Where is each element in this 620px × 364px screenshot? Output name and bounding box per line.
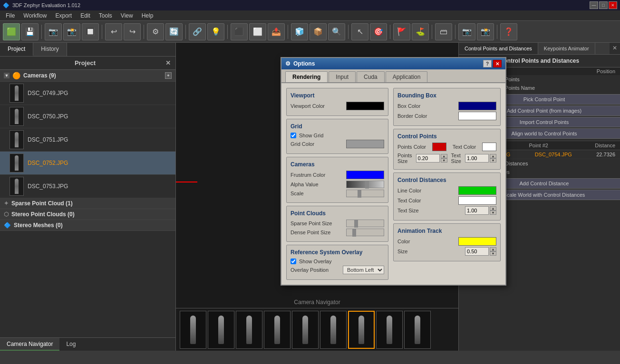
menu-workflow[interactable]: Workflow — [19, 11, 50, 20]
camera-item-0750[interactable]: DSC_0750.JPG — [0, 105, 175, 128]
sparse-slider[interactable] — [346, 220, 384, 227]
cp-points-color-picker[interactable] — [432, 143, 446, 151]
border-color-picker[interactable] — [458, 112, 496, 120]
film-thumb-5[interactable] — [320, 311, 347, 349]
tool-undo[interactable]: ↩ — [105, 23, 122, 40]
tool-box[interactable]: 📦 — [310, 23, 327, 40]
film-thumb-3[interactable] — [264, 311, 291, 349]
cp-text-size-input[interactable] — [465, 154, 489, 163]
cp-points-size-input[interactable] — [416, 154, 440, 163]
tool-import[interactable]: 📷 — [45, 23, 62, 40]
tool-cursor[interactable]: ↖ — [351, 23, 368, 40]
dialog-tab-rendering[interactable]: Rendering — [285, 71, 328, 82]
grid-color-picker[interactable] — [346, 140, 384, 148]
viewport-color-picker[interactable] — [346, 102, 384, 110]
center-viewport[interactable]: Camera Navigator ⚙ Options ? ✕ — [176, 43, 458, 351]
tool-mesh[interactable]: ⬛ — [231, 23, 248, 40]
anim-color-picker[interactable] — [458, 237, 496, 246]
tab-log[interactable]: Log — [59, 338, 82, 351]
close-button[interactable]: ✕ — [609, 1, 617, 9]
alpha-slider[interactable] — [346, 181, 384, 188]
cd-text-size-input[interactable] — [465, 206, 489, 215]
cd-text-size-up[interactable]: ▲ — [490, 206, 496, 211]
menu-edit[interactable]: Edit — [77, 11, 94, 20]
dialog-close-btn[interactable]: ✕ — [493, 60, 502, 67]
overlay-position-select[interactable]: Bottom Left — [343, 266, 384, 274]
tab-history[interactable]: History — [33, 43, 67, 56]
dialog-help-btn[interactable]: ? — [483, 60, 492, 67]
cd-text-color-picker[interactable] — [458, 196, 496, 205]
dialog-tab-input[interactable]: Input — [329, 71, 356, 82]
tool-cube[interactable]: 🧊 — [291, 23, 308, 40]
tool-points[interactable]: ⬜ — [249, 23, 266, 40]
tool-connect[interactable]: 🔗 — [189, 23, 206, 40]
tool-save[interactable]: 💾 — [21, 23, 39, 40]
dense-slider[interactable] — [346, 229, 384, 236]
dialog-tab-cuda[interactable]: Cuda — [357, 71, 385, 82]
cp-text-size-up[interactable]: ▲ — [490, 154, 496, 158]
cd-line-color-picker[interactable] — [458, 186, 496, 195]
cp-text-color-picker[interactable] — [482, 143, 496, 151]
tab-control-points[interactable]: Control Points and Distances — [459, 43, 538, 54]
tab-project[interactable]: Project — [0, 43, 33, 56]
tool-view3d[interactable]: 🗃 — [435, 23, 452, 40]
stereo-points-section[interactable]: ⬡ Stereo Point Clouds (0) — [0, 209, 175, 220]
camera-item-0752[interactable]: DSC_0752.JPG — [0, 152, 175, 175]
menu-file[interactable]: File — [2, 11, 19, 20]
tool-import2[interactable]: 📸 — [63, 23, 80, 40]
menu-export[interactable]: Export — [51, 11, 76, 20]
menu-view[interactable]: View — [117, 11, 137, 20]
tool-flag[interactable]: 🚩 — [393, 23, 410, 40]
menu-help[interactable]: Help — [138, 11, 157, 20]
anim-size-input[interactable] — [465, 247, 489, 256]
camera-item-0751[interactable]: DSC_0751.JPG — [0, 128, 175, 152]
tool-new[interactable]: 🟩 — [3, 23, 20, 40]
tool-photo2[interactable]: 📸 — [477, 23, 494, 40]
cameras-add[interactable]: + — [165, 72, 172, 79]
tool-refresh[interactable]: 🔄 — [165, 23, 183, 40]
tool-search[interactable]: 🔍 — [328, 23, 345, 40]
tool-settings[interactable]: ⚙ — [147, 23, 164, 40]
dialog-tab-application[interactable]: Application — [386, 71, 428, 82]
camera-item-0753[interactable]: DSC_0753.JPG — [0, 175, 175, 198]
tool-target[interactable]: 🎯 — [370, 23, 387, 40]
left-panel-close[interactable]: ✕ — [165, 59, 171, 67]
cp-points-size-down[interactable]: ▼ — [441, 158, 447, 163]
film-thumb-8[interactable] — [404, 311, 431, 349]
scale-slider[interactable] — [346, 190, 384, 197]
maximize-button[interactable]: □ — [599, 1, 608, 9]
bounding-box-section: Bounding Box Box Color Border Color — [393, 88, 501, 126]
cd-text-size-down[interactable]: ▼ — [490, 211, 496, 215]
menu-tools[interactable]: Tools — [95, 11, 116, 20]
camera-item-0749[interactable]: DSC_0749.JPG — [0, 82, 175, 105]
film-thumb-7[interactable] — [376, 311, 403, 349]
right-panel-close[interactable]: ✕ — [610, 43, 620, 54]
film-thumb-1[interactable] — [208, 311, 234, 349]
anim-size-down[interactable]: ▼ — [490, 251, 496, 256]
anim-size-up[interactable]: ▲ — [490, 247, 496, 251]
tool-photo[interactable]: 📷 — [458, 23, 475, 40]
stereo-meshes-section[interactable]: 🔷 Stereo Meshes (0) — [0, 220, 175, 231]
tab-keypoints-animator[interactable]: Keypoints Animator — [538, 43, 595, 54]
film-thumb-6[interactable] — [348, 311, 375, 349]
show-grid-checkbox[interactable] — [291, 133, 296, 138]
film-thumb-4[interactable] — [292, 311, 319, 349]
tool-export2[interactable]: 📤 — [268, 23, 285, 40]
cameras-expand[interactable]: ▼ — [4, 73, 10, 78]
frustrum-color-picker[interactable] — [346, 171, 384, 179]
cameras-section[interactable]: ▼ 🟠 Cameras (9) + — [0, 70, 175, 82]
cp-text-size-down[interactable]: ▼ — [490, 158, 496, 163]
tool-help[interactable]: ❓ — [500, 23, 517, 40]
box-color-picker[interactable] — [458, 102, 496, 110]
tool-flag2[interactable]: ⛳ — [412, 23, 429, 40]
tool-3d[interactable]: 🔲 — [82, 23, 99, 40]
film-thumb-2[interactable] — [236, 311, 262, 349]
show-overlay-checkbox[interactable] — [291, 259, 296, 264]
tool-bulb[interactable]: 💡 — [207, 23, 224, 40]
film-thumb-0[interactable] — [180, 311, 206, 349]
tool-redo[interactable]: ↪ — [124, 23, 141, 40]
sparse-section[interactable]: ✦ Sparse Point Cloud (1) — [0, 198, 175, 209]
minimize-button[interactable]: — — [590, 1, 598, 9]
tab-camera-navigator[interactable]: Camera Navigator — [0, 338, 59, 351]
cp-points-size-up[interactable]: ▲ — [441, 154, 447, 158]
